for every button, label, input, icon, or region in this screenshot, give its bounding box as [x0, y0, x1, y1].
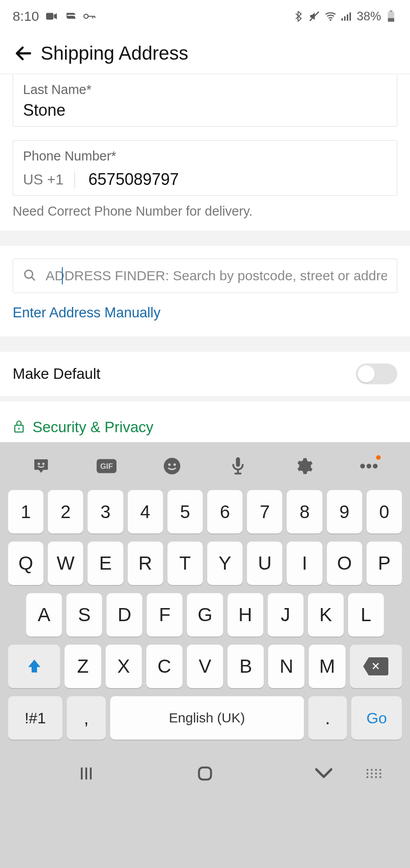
key-p[interactable]: P: [367, 542, 402, 585]
back-nav-button[interactable]: [306, 762, 342, 785]
key-1[interactable]: 1: [8, 490, 43, 533]
security-row[interactable]: Security & Privacy: [0, 409, 410, 436]
dot-key[interactable]: .: [308, 696, 347, 740]
make-default-label: Make Default: [13, 365, 100, 382]
more-icon[interactable]: [356, 453, 382, 479]
key-e[interactable]: E: [88, 542, 123, 585]
key-r[interactable]: R: [128, 542, 163, 585]
key-b[interactable]: B: [228, 645, 264, 688]
kb-row-3: ZXCVBNM ✕: [8, 645, 402, 688]
phone-prefix[interactable]: US +1: [23, 171, 75, 188]
svg-point-1: [84, 14, 88, 18]
key-l[interactable]: L: [348, 593, 384, 637]
svg-point-2: [330, 19, 331, 21]
key-z[interactable]: Z: [65, 645, 101, 688]
kb-row-num: 1234567890: [8, 490, 402, 533]
phone-field[interactable]: Phone Number* US +1 6575089797: [13, 140, 397, 196]
address-search-field[interactable]: [13, 259, 397, 293]
svg-point-28: [379, 769, 381, 771]
key-s[interactable]: S: [66, 593, 102, 637]
svg-point-10: [25, 270, 33, 278]
status-bar: 8:10 38%: [0, 0, 410, 33]
key-q[interactable]: Q: [8, 542, 43, 585]
go-key[interactable]: Go: [351, 696, 402, 740]
phone-value: 6575089797: [75, 170, 179, 189]
gif-icon[interactable]: GIF: [94, 453, 119, 479]
svg-rect-6: [349, 12, 351, 20]
key-6[interactable]: 6: [207, 490, 242, 533]
keyboard: GIF 1234567890 QWERTYUIOP ASDFGHJKL ZXCV…: [0, 442, 410, 868]
backspace-key[interactable]: ✕: [350, 645, 402, 688]
key-7[interactable]: 7: [247, 490, 282, 533]
svg-rect-24: [199, 768, 211, 780]
gear-icon[interactable]: [291, 453, 316, 479]
last-name-label: Last Name*: [23, 82, 387, 97]
key-o[interactable]: O: [327, 542, 362, 585]
home-button[interactable]: [187, 762, 223, 785]
key-u[interactable]: U: [247, 542, 282, 585]
app-header: Shipping Address: [0, 33, 410, 74]
svg-point-36: [379, 776, 381, 778]
wifi-icon: [324, 11, 337, 21]
key-i[interactable]: I: [287, 542, 322, 585]
address-search-input[interactable]: [46, 268, 387, 283]
space-key[interactable]: English (UK): [110, 696, 304, 740]
key-n[interactable]: N: [268, 645, 304, 688]
key-c[interactable]: C: [146, 645, 182, 688]
recents-button[interactable]: [68, 762, 104, 785]
make-default-toggle[interactable]: [356, 363, 397, 384]
svg-point-25: [367, 769, 368, 771]
key-2[interactable]: 2: [48, 490, 83, 533]
svg-point-26: [371, 769, 373, 771]
key-j[interactable]: J: [268, 593, 303, 637]
last-name-value: Stone: [23, 101, 387, 120]
video-icon: [45, 11, 58, 21]
key-8[interactable]: 8: [287, 490, 322, 533]
keyboard-switch-button[interactable]: [356, 762, 392, 785]
symbols-key[interactable]: !#1: [8, 696, 62, 740]
svg-rect-3: [341, 18, 343, 20]
key-f[interactable]: F: [147, 593, 182, 637]
svg-point-23: [373, 464, 378, 469]
lock-icon: [13, 420, 25, 435]
key-t[interactable]: T: [168, 542, 203, 585]
key-k[interactable]: K: [308, 593, 344, 637]
cast-icon: [64, 11, 77, 21]
enter-manually-link[interactable]: Enter Address Manually: [13, 305, 160, 321]
svg-rect-20: [236, 458, 240, 467]
key-a[interactable]: A: [26, 593, 62, 637]
key-h[interactable]: H: [228, 593, 263, 637]
key-5[interactable]: 5: [168, 490, 203, 533]
back-button[interactable]: [10, 40, 37, 67]
search-icon: [23, 269, 37, 283]
svg-point-18: [168, 463, 171, 466]
sticker-icon[interactable]: [28, 453, 54, 479]
shift-key[interactable]: [8, 645, 60, 688]
key-w[interactable]: W: [48, 542, 83, 585]
key-3[interactable]: 3: [88, 490, 123, 533]
key-0[interactable]: 0: [367, 490, 402, 533]
svg-point-30: [371, 773, 373, 774]
key-d[interactable]: D: [107, 593, 142, 637]
svg-rect-4: [344, 16, 345, 21]
key-4[interactable]: 4: [128, 490, 163, 533]
key-icon: [83, 11, 96, 21]
mic-icon[interactable]: [225, 453, 251, 479]
key-9[interactable]: 9: [327, 490, 362, 533]
key-m[interactable]: M: [309, 645, 345, 688]
svg-point-21: [360, 464, 365, 469]
key-g[interactable]: G: [187, 593, 223, 637]
svg-point-22: [367, 464, 372, 469]
key-v[interactable]: V: [187, 645, 223, 688]
key-y[interactable]: Y: [207, 542, 242, 585]
clock: 8:10: [13, 9, 39, 24]
kb-row-2: ASDFGHJKL: [8, 593, 402, 637]
make-default-row: Make Default: [0, 352, 410, 396]
signal-icon: [340, 11, 353, 21]
battery-icon: [385, 11, 397, 21]
key-x[interactable]: X: [106, 645, 142, 688]
svg-point-13: [37, 463, 40, 465]
comma-key[interactable]: ,: [67, 696, 106, 740]
last-name-field[interactable]: Last Name* Stone: [13, 74, 397, 127]
emoji-icon[interactable]: [159, 453, 185, 479]
